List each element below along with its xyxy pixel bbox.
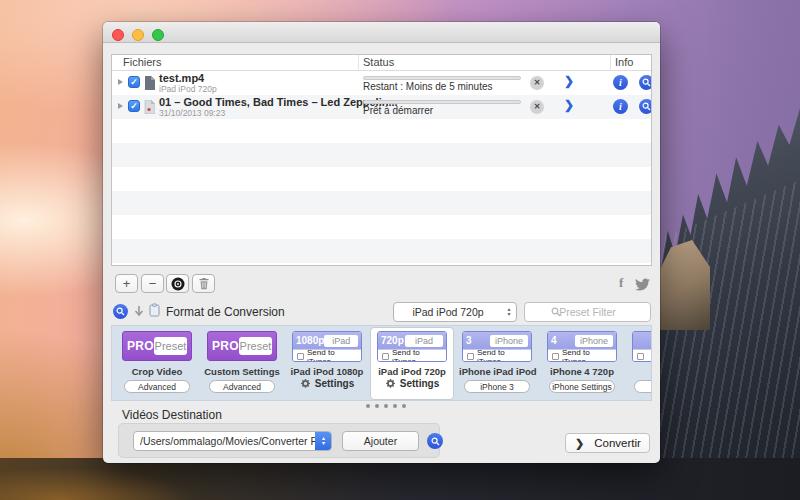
column-header-info[interactable]: Info <box>615 56 633 68</box>
preset-chip: iPhone <box>575 335 613 347</box>
preset-card-ipad-1080p[interactable]: 1080p iPad Send to iTunes iPad iPod 1080… <box>289 326 365 401</box>
advanced-button[interactable]: Advanced <box>209 380 275 393</box>
preset-card-custom-settings[interactable]: PRO Preset Custom Settings Advanced <box>204 326 280 401</box>
preset-card-iphone-3[interactable]: 3 iPhone Send to iTunes iPhone iPad iPod… <box>459 326 535 401</box>
format-search-button[interactable] <box>113 304 128 319</box>
reveal-chevron-button[interactable]: ❯ <box>564 74 574 88</box>
twitter-icon[interactable] <box>635 277 650 295</box>
preset-chip: iPhone <box>490 335 528 347</box>
empty-row <box>112 119 651 143</box>
preset-badge: PRO <box>127 339 154 353</box>
preset-badge: PRO <box>212 339 239 353</box>
load-disc-button[interactable] <box>166 274 189 293</box>
file-subtitle: iPad iPod 720p <box>159 84 217 94</box>
preset-pagination-dots[interactable] <box>366 404 406 408</box>
settings-label: Settings <box>400 378 439 389</box>
destination-section-title: Vidéos Destination <box>122 408 222 422</box>
itunes-checkbox[interactable] <box>297 353 304 360</box>
itunes-label: Send to iTunes <box>477 348 527 363</box>
info-button[interactable]: i <box>613 99 628 114</box>
preview-search-button[interactable] <box>639 75 652 90</box>
itunes-checkbox[interactable] <box>467 353 474 360</box>
destination-path-select[interactable]: /Users/ommalago/Movies/Converter Pro ▴▾ <box>133 431 332 451</box>
itunes-label: Send to iTunes <box>392 348 442 363</box>
reveal-chevron-button[interactable]: ❯ <box>564 98 574 112</box>
column-header-status[interactable]: Status <box>363 56 394 68</box>
magnifier-icon <box>431 437 440 446</box>
advanced-button[interactable]: Advanced <box>124 380 190 393</box>
column-divider <box>610 55 611 71</box>
disclosure-triangle-icon[interactable] <box>118 103 123 109</box>
preset-badge: 4 <box>551 335 557 346</box>
itunes-checkbox[interactable] <box>382 353 389 360</box>
row-checkbox[interactable]: ✓ <box>128 100 140 112</box>
preset-action-button[interactable] <box>634 380 652 393</box>
copy-preset-icon[interactable] <box>149 303 162 321</box>
preview-search-button[interactable] <box>639 99 652 114</box>
preset-card-partial[interactable] <box>629 326 652 401</box>
titlebar[interactable] <box>103 22 660 43</box>
preset-badge-box: 3 iPhone Send to iTunes <box>462 331 532 362</box>
preset-card-iphone-4[interactable]: 4 iPhone Send to iTunes iPhone 4 720p iP… <box>544 326 620 401</box>
settings-button[interactable]: Settings <box>374 378 450 389</box>
preset-select-value: iPad iPod 720p <box>394 306 502 318</box>
itunes-checkbox[interactable] <box>552 353 559 360</box>
row-checkbox[interactable]: ✓ <box>128 76 140 88</box>
preset-card-ipad-720p-selected[interactable]: 720p iPad Send to iTunes iPad iPod 720p … <box>374 326 450 401</box>
zoom-button[interactable] <box>152 29 164 41</box>
close-button[interactable] <box>112 29 124 41</box>
facebook-icon[interactable]: f <box>619 275 623 291</box>
send-to-itunes-row[interactable]: Send to iTunes <box>463 349 531 362</box>
file-name: 01 – Good Times, Bad Times – Led Zeppeli… <box>159 96 398 108</box>
gear-icon <box>300 378 311 389</box>
preset-filter-field[interactable] <box>524 302 651 322</box>
magnifier-icon <box>642 102 651 111</box>
minimize-button[interactable] <box>132 29 144 41</box>
video-file-icon <box>144 76 155 90</box>
select-stepper-icon: ▴▾ <box>502 307 516 317</box>
preset-name: Custom Settings <box>204 366 280 377</box>
preset-select[interactable]: iPad iPod 720p ▴▾ <box>393 302 517 322</box>
cancel-button[interactable]: ✕ <box>530 100 544 114</box>
iphone3-settings-button[interactable]: iPhone 3 <box>464 380 530 393</box>
reveal-destination-button[interactable] <box>427 433 443 449</box>
itunes-label: Send to iTunes <box>562 348 612 363</box>
itunes-checkbox[interactable] <box>637 353 644 360</box>
preset-badge-box <box>632 331 652 362</box>
disclosure-triangle-icon[interactable] <box>118 79 123 85</box>
progress-bar <box>363 76 521 80</box>
send-to-itunes-row[interactable]: Send to iTunes <box>293 349 361 362</box>
empty-row <box>112 167 651 191</box>
download-preset-icon[interactable] <box>134 304 144 322</box>
preset-badge: 1080p <box>296 335 324 346</box>
cancel-button[interactable]: ✕ <box>530 76 544 90</box>
preset-filter-input[interactable] <box>525 303 650 321</box>
iphone-settings-button[interactable]: iPhone Settings <box>549 380 615 393</box>
empty-row <box>112 191 651 215</box>
send-to-itunes-row[interactable]: Send to iTunes <box>378 349 446 362</box>
column-header-fichiers[interactable]: Fichiers <box>123 56 162 68</box>
chevron-right-icon: ❯ <box>575 437 584 450</box>
convert-button[interactable]: ❯ Convertir <box>565 433 650 453</box>
progress-bar <box>363 100 521 104</box>
empty-row <box>112 215 651 239</box>
table-row[interactable]: ✓ 01 – Good Times, Bad Times – Led Zeppe… <box>112 95 651 119</box>
remove-file-button[interactable]: − <box>141 274 164 293</box>
preset-chip: Preset <box>154 337 187 355</box>
add-file-button[interactable]: + <box>115 274 138 293</box>
trash-icon <box>198 277 210 290</box>
preset-card-crop-video[interactable]: PRO Preset Crop Video Advanced <box>119 326 195 401</box>
preset-name: iPhone 4 720p <box>544 366 620 377</box>
settings-button[interactable]: Settings <box>289 378 365 389</box>
magnifier-icon <box>642 78 651 87</box>
column-divider <box>358 55 359 71</box>
table-row[interactable]: ✓ test.mp4 iPad iPod 720p Restant : Moin… <box>112 71 651 95</box>
info-button[interactable]: i <box>613 75 628 90</box>
preset-chip: Preset <box>239 337 272 355</box>
audio-file-icon <box>144 100 155 114</box>
preset-badge-box: 720p iPad Send to iTunes <box>377 331 447 362</box>
trash-button[interactable] <box>192 274 215 293</box>
add-destination-button[interactable]: Ajouter <box>342 431 419 451</box>
send-to-itunes-row[interactable]: Send to iTunes <box>548 349 616 362</box>
status-text: Restant : Moins de 5 minutes <box>363 81 493 92</box>
